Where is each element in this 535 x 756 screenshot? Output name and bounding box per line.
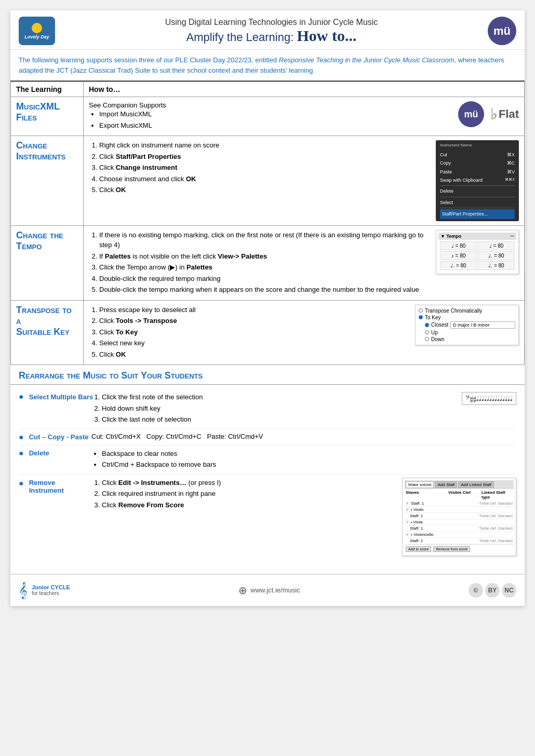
globe-icon: ⊕ xyxy=(238,584,247,597)
select-bars-label-wrap: ● Select Multiple Bars xyxy=(19,392,86,401)
violin3-name: Staff: 1 xyxy=(410,514,479,518)
mu-small-logo: mü xyxy=(458,101,484,127)
instrument-screenshot: Instrument Name Cut⌘X Copy⌘C Paste⌘V Swa… xyxy=(436,140,519,221)
logo-text: Lovely Day xyxy=(24,34,49,39)
violin2-name: • Violin xyxy=(411,507,513,512)
table-row-change-tempo: Change theTempo ▼ Tempo ··· ♩ = 80 ♩ = 8… xyxy=(11,225,525,300)
delete-desc: Backspace to clear notes Ctrl/Cmd + Back… xyxy=(91,449,516,471)
remove-instrument-screenshot: Make soloist Add Staff Add Linked Staff … xyxy=(402,478,516,556)
page: Lovely Day Using Digital Learning Techno… xyxy=(10,10,525,606)
tempo-item-3: ♪ = 80 xyxy=(440,251,477,260)
violin3-clef: Treble clef xyxy=(479,514,496,518)
step-ct-5: Double-click the tempo marking when it a… xyxy=(99,285,519,295)
inst-tab-make-soloist[interactable]: Make soloist xyxy=(406,481,434,488)
transpose-screenshot: Transpose Chromatically To Key Closest D… xyxy=(415,305,519,345)
inst-tab-add-linked[interactable]: Add Linked Staff xyxy=(458,481,494,488)
flat-logo: ♭ Flat xyxy=(490,106,519,123)
tempo-dots: ··· xyxy=(510,234,514,239)
transpose-label: Transpose to aSuitable Key xyxy=(11,300,84,365)
col-learning-header: The Learning xyxy=(11,82,84,97)
transpose-down: Down xyxy=(424,336,516,343)
remove-instrument-label-wrap: ● RemoveInstrument xyxy=(19,478,86,494)
cello2-type: Standard xyxy=(498,539,513,543)
cut-copy-paste-bullet: ● xyxy=(19,433,24,442)
delete-label-wrap: ● Delete xyxy=(19,449,86,458)
transpose-up-label: Up xyxy=(431,330,438,335)
remove-instrument-label: RemoveInstrument xyxy=(29,479,64,494)
inst-row-viola2: Staff: 1 Treble clef Standard xyxy=(405,525,514,532)
violin-type: Standard xyxy=(498,502,513,505)
remove-instrument-bullet: ● xyxy=(19,479,24,488)
viola-check: ✓ xyxy=(406,520,409,524)
musicxml-export: Export MusicXML xyxy=(99,120,453,131)
inst-menu-delete: Delete xyxy=(440,187,515,195)
radio-to-key xyxy=(419,315,423,319)
table-row-musicxml: MusicXMLFiles See Companion Supports Imp… xyxy=(11,97,525,136)
cut-copy-paste-label: Cut – Copy - Paste xyxy=(29,433,89,441)
rearrange-header: Rearrange the Music to Suit Your Student… xyxy=(10,365,525,385)
musicxml-label: MusicXMLFiles xyxy=(11,97,84,136)
main-title-prefix: Amplify the Learning: xyxy=(186,31,297,44)
step-tr-5: Click OK xyxy=(99,349,519,360)
flat-icon: ♭ xyxy=(490,106,497,123)
inst-action-row: Add to score Remove from score xyxy=(405,544,514,554)
musicxml-list: Import MusicXML Export MusicXML xyxy=(89,109,453,130)
header-main-title: Amplify the Learning: How to... xyxy=(61,27,482,45)
cc-badge: © xyxy=(469,583,483,598)
remove-from-score-btn[interactable]: Remove from score xyxy=(433,546,470,552)
change-tempo-label: Change theTempo xyxy=(11,225,84,300)
cello2-name: Staff: 1 xyxy=(410,538,479,543)
violin-clef: Treble clef xyxy=(479,502,496,505)
violin-name: Staff: 1 xyxy=(411,501,479,506)
tempo-item-1: ♩ = 80 xyxy=(440,241,477,250)
inst-row-viola: ✓ • Viola xyxy=(405,519,514,525)
cello-name: • Violoncello xyxy=(411,532,513,537)
inst-row-violin3: Staff: 1 Treble clef Standard xyxy=(405,513,514,519)
remove-instrument-desc: Make soloist Add Staff Add Linked Staff … xyxy=(91,478,516,556)
musicxml-content: See Companion Supports Import MusicXML E… xyxy=(84,97,525,136)
junior-cycle-logo: 𝄞 xyxy=(19,583,28,598)
step-ct-4: Double-click the required tempo marking xyxy=(99,274,519,284)
col-howto-header: How to… xyxy=(84,82,525,97)
change-instruments-label: ChangeInstruments xyxy=(11,136,84,226)
tempo-grid: ♩ = 80 ♩ = 80 ♪ = 80 ♩. = 80 ♩. = 80 ♩. … xyxy=(438,240,516,272)
inst-menu-sep3 xyxy=(440,208,515,208)
key-dropdown[interactable]: D major / B minor xyxy=(450,321,515,329)
by-badge: BY xyxy=(485,583,500,598)
tempo-item-2: ♩ = 80 xyxy=(478,241,515,250)
treble-clef-icon: 𝄞 xyxy=(19,583,28,598)
change-instruments-title: ChangeInstruments xyxy=(16,140,65,161)
musicxml-content-inner: See Companion Supports Import MusicXML E… xyxy=(89,101,519,131)
cello-check: ✓ xyxy=(406,532,409,537)
musicxml-text: See Companion Supports Import MusicXML E… xyxy=(89,101,453,131)
tempo-screenshot: ▼ Tempo ··· ♩ = 80 ♩ = 80 ♪ = 80 ♩. = 80… xyxy=(436,230,519,274)
delete-list: Backspace to clear notes Ctrl/Cmd + Back… xyxy=(91,449,516,470)
footer: 𝄞 Junior CYCLE for teachers ⊕ www.jct.ie… xyxy=(10,574,525,606)
radio-chromatic xyxy=(419,308,423,313)
table-row-transpose: Transpose to aSuitable Key Transpose Chr… xyxy=(11,300,525,365)
step-sb-3: Click the last note of selection xyxy=(102,414,516,425)
delete-label: Delete xyxy=(29,449,49,457)
viola2-clef: Treble clef xyxy=(479,526,496,530)
delete-item-2: Ctrl/Cmd + Backspace to remove bars xyxy=(102,460,516,470)
rearrange-item-remove-instrument: ● RemoveInstrument Make soloist Add Staf… xyxy=(19,475,516,559)
inst-tab-row: Make soloist Add Staff Add Linked Staff xyxy=(405,480,514,489)
rearrange-content: ● Select Multiple Bars 𝄢♯♯♩♩♩♩♩♩♩♩♩♩♩♩♩♩… xyxy=(10,385,525,563)
add-to-score-btn[interactable]: Add to score xyxy=(406,546,431,552)
footer-right: © BY NC xyxy=(469,583,516,598)
tempo-item-5: ♩. = 80 xyxy=(440,261,477,270)
inst-columns-header: Staves Visible Clef Linked Staff type xyxy=(405,489,514,501)
select-bars-label: Select Multiple Bars xyxy=(29,393,93,401)
header-subtitle: Using Digital Learning Technologies in J… xyxy=(61,18,482,27)
cello2-clef: Treble clef xyxy=(479,539,496,543)
transpose-title: Transpose to aSuitable Key xyxy=(16,305,72,337)
inst-staves-header: Staves xyxy=(406,490,446,500)
inst-menu-sep2 xyxy=(440,197,515,197)
table-header-row: The Learning How to… xyxy=(11,82,525,97)
intro-text: The following learning supports session … xyxy=(10,50,525,82)
musicxml-title: MusicXMLFiles xyxy=(16,101,60,123)
intro-start: The following learning supports session … xyxy=(19,56,279,64)
table-row-change-instruments: ChangeInstruments Instrument Name Cut⌘X … xyxy=(11,136,525,226)
inst-tab-add-staff[interactable]: Add Staff xyxy=(435,481,457,488)
header: Lovely Day Using Digital Learning Techno… xyxy=(10,10,525,50)
